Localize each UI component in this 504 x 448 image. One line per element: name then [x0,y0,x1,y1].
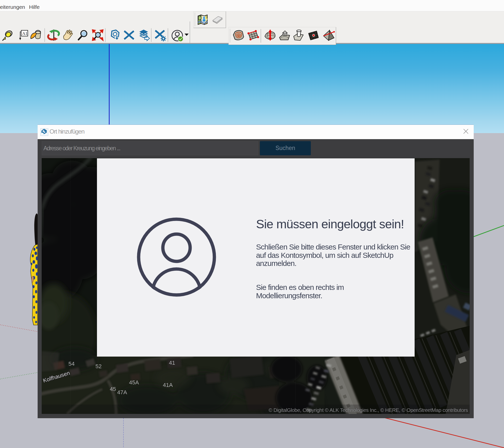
svg-text:A1: A1 [22,31,28,36]
